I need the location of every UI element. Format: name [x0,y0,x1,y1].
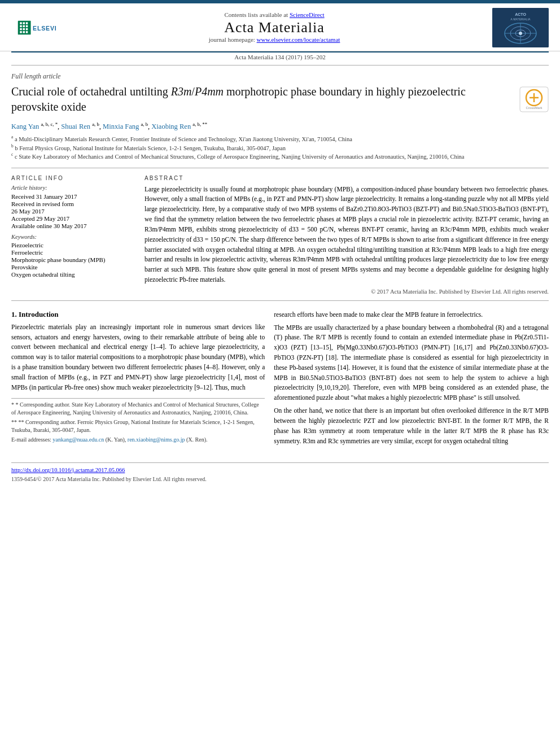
journal-title: Acta Materialia [62,19,487,36]
journal-header: ELSEVIER Contents lists available at Sci… [0,3,560,51]
history-item-2: 26 May 2017 [11,208,135,215]
content-right: research efforts have been made to make … [274,310,549,449]
svg-rect-2 [20,25,22,28]
svg-rect-5 [23,22,25,24]
article-info-label: ARTICLE INFO [11,175,135,181]
homepage-label: journal homepage: [209,36,255,43]
history-item-3: Accepted 29 May 2017 [11,215,135,222]
article-info-col: ARTICLE INFO Article history: Received 3… [11,175,135,295]
article-type: Full length article [0,69,560,82]
svg-rect-9 [26,22,28,24]
email1-link[interactable]: yankang@nuaa.edu.cn [53,436,104,443]
svg-text:ACTO: ACTO [515,12,526,16]
intro-left-p1: Piezoelectric materials play an increasi… [11,322,265,393]
affiliation-a: a a Multi-Disciplinary Materials Researc… [11,134,549,142]
intro-text-right: research efforts have been made to make … [274,310,549,447]
doi-anchor[interactable]: http://dx.doi.org/10.1016/j.actamat.2017… [11,467,125,473]
affiliation-b: b b Ferral Physics Group, National Insti… [11,143,549,151]
keyword-2: Morphotropic phase boundary (MPB) [11,256,135,263]
affiliations: a a Multi-Disciplinary Materials Researc… [0,132,560,164]
svg-text:ELSEVIER: ELSEVIER [33,25,56,32]
history-item-1: Received in revised form [11,200,135,207]
svg-rect-11 [26,28,28,30]
svg-text:CrossMark: CrossMark [526,106,542,110]
footnote-starstar: ** ** Corresponding author. Ferroic Phys… [11,418,265,434]
copyright-line: © 2017 Acta Materialia Inc. Published by… [145,289,549,295]
footnote-section: * * Corresponding author. State Key Labo… [11,398,265,444]
elsevier-logo: ELSEVIER [11,20,62,36]
contents-text: Contents lists available at [224,11,288,18]
svg-rect-10 [26,25,28,28]
content-left: 1. Introduction Piezoelectric materials … [11,310,265,449]
abstract-text: Large piezoelectricity is usually found … [145,185,549,285]
author-xiaobing-ren[interactable]: Xiaobing Ren [151,123,191,130]
svg-rect-1 [20,22,22,24]
homepage-url[interactable]: www.elsevier.com/locate/actamat [257,36,340,43]
homepage-line: journal homepage: www.elsevier.com/locat… [62,36,487,43]
svg-rect-6 [23,25,25,28]
intro-heading: 1. Introduction [11,310,265,319]
keyword-1: Ferroelectric [11,249,135,256]
author-kang-yan[interactable]: Kang Yan [11,123,39,130]
doi-link[interactable]: http://dx.doi.org/10.1016/j.actamat.2017… [0,465,560,475]
history-item-4: Available online 30 May 2017 [11,222,135,229]
svg-rect-7 [23,28,25,30]
acta-logo-svg: ACTO A MATERIALIA [492,8,549,47]
journal-ref-line: Acta Materialia 134 (2017) 195–202 [0,53,560,62]
abstract-paragraph: Large piezoelectricity is usually found … [145,185,549,285]
svg-rect-3 [20,28,22,30]
keywords-label: Keywords: [11,234,135,240]
abstract-col: ABSTRACT Large piezoelectricity is usual… [145,175,549,295]
svg-rect-8 [23,31,25,33]
intro-text-left: Piezoelectric materials play an increasi… [11,322,265,393]
affiliation-c: c c State Key Laboratory of Mechanics an… [11,152,549,160]
journal-info-line: Contents lists available at ScienceDirec… [62,11,487,18]
keyword-4: Oxygen octahedral tilting [11,271,135,278]
bottom-divider [11,462,549,463]
crossmark-icon: CrossMark [519,86,549,112]
main-content: 1. Introduction Piezoelectric materials … [0,303,560,449]
email2-link[interactable]: ren.xiaobing@nims.go.jp [128,436,185,443]
authors-section: Kang Yan a, b, c, *, Shuai Ren a, b, Min… [0,119,560,132]
article-info-abstract-section: ARTICLE INFO Article history: Received 3… [0,172,560,298]
sciencedirect-link[interactable]: ScienceDirect [290,11,325,18]
intro-right-p2: The MPBs are usually characterized by a … [274,323,549,404]
section-divider [11,300,549,301]
journal-header-center: Contents lists available at ScienceDirec… [62,11,487,44]
svg-text:A MATERIALIA: A MATERIALIA [510,18,531,21]
author-minxia-fang[interactable]: Minxia Fang [103,123,139,130]
article-title: Crucial role of octahedral untilting R3m… [11,84,515,115]
abstract-label: ABSTRACT [145,175,549,181]
history-item-0: Received 31 January 2017 [11,193,135,200]
intro-right-p1: research efforts have been made to make … [274,310,549,320]
elsevier-svg-icon: ELSEVIER [17,20,56,36]
journal-info-ref: Acta Materialia 134 (2017) 195–202 [234,54,325,60]
svg-rect-12 [26,31,28,33]
journal-logo-right: ACTO A MATERIALIA [487,8,549,47]
intro-right-p3: On the other hand, we notice that there … [274,406,549,446]
crossmark-badge: CrossMark [515,84,549,112]
body-divider [11,168,549,168]
svg-rect-4 [20,31,22,33]
keyword-0: Piezoelectric [11,242,135,248]
keyword-3: Perovskite [11,264,135,270]
svg-point-22 [519,32,522,35]
article-title-section: Crucial role of octahedral untilting R3m… [0,82,560,119]
acta-logo-image: ACTO A MATERIALIA [492,8,549,47]
footnote-emails: E-mail addresses: yankang@nuaa.edu.cn (K… [11,436,265,444]
history-label: Article history: [11,185,135,191]
bottom-issn: 1359-6454/© 2017 Acta Materialia Inc. Pu… [0,475,560,483]
footnote-star: * * Corresponding author. State Key Labo… [11,401,265,417]
header-divider [11,65,549,65]
author-shuai-ren[interactable]: Shuai Ren [61,123,90,130]
